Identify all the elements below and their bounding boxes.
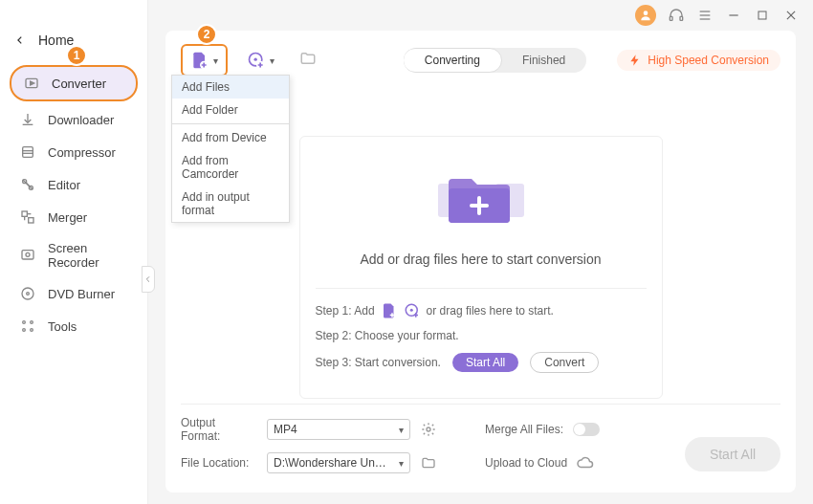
toolbar: ▾ ▾ Converting Finished High Speed Conve… [181, 44, 780, 77]
add-file-dropdown: Add Files Add Folder Add from Device Add… [171, 75, 290, 223]
screen-recorder-icon [19, 247, 36, 264]
editor-icon [19, 176, 36, 193]
dropdown-separator [172, 123, 289, 124]
sidebar-item-label: Compressor [48, 145, 116, 160]
add-file-icon [381, 302, 398, 319]
file-location-label: File Location: [181, 456, 257, 470]
home-label[interactable]: Home [38, 33, 74, 48]
high-speed-badge[interactable]: High Speed Conversion [617, 50, 780, 71]
sidebar-item-label: Converter [52, 77, 106, 91]
sidebar-item-tools[interactable]: Tools [0, 310, 147, 342]
merger-icon [19, 208, 36, 226]
collapse-sidebar-icon[interactable] [142, 266, 155, 293]
sidebar-item-label: Tools [48, 319, 77, 334]
svg-point-34 [254, 58, 257, 61]
sidebar-item-editor[interactable]: Editor [0, 168, 147, 201]
svg-point-41 [409, 309, 412, 312]
open-folder-icon[interactable] [420, 454, 437, 471]
svg-rect-21 [29, 218, 33, 223]
svg-point-27 [27, 293, 30, 296]
start-all-pill[interactable]: Start All [452, 353, 518, 372]
svg-rect-20 [22, 211, 27, 216]
folder-illustration [316, 160, 647, 236]
svg-point-29 [31, 321, 33, 324]
sidebar-item-dvd-burner[interactable]: DVD Burner [0, 277, 147, 310]
sidebar-item-label: Editor [48, 178, 80, 192]
svg-point-42 [427, 427, 430, 431]
svg-point-25 [26, 252, 30, 256]
add-disc-icon [247, 51, 266, 70]
output-format-label: Output Format: [181, 416, 257, 443]
add-disc-button[interactable]: ▾ [239, 46, 282, 75]
dropdown-add-folder[interactable]: Add Folder [172, 99, 289, 121]
chevron-down-icon: ▾ [270, 55, 275, 66]
add-file-button[interactable]: ▾ [181, 44, 228, 77]
convert-pill[interactable]: Convert [530, 352, 599, 373]
output-format-select[interactable]: MP4 ▾ [267, 419, 410, 440]
file-location-select[interactable]: D:\Wondershare UniConverter 1 ▾ [267, 452, 410, 473]
chevron-down-icon: ▾ [213, 55, 218, 66]
sidebar-item-label: Merger [48, 210, 87, 225]
steps-panel: Step 1: Add or drag files here to start.… [316, 288, 647, 373]
sidebar-item-converter[interactable]: Converter [10, 65, 138, 101]
output-format-value: MP4 [274, 423, 297, 436]
svg-rect-24 [22, 251, 33, 259]
svg-point-31 [31, 329, 33, 332]
tab-converting[interactable]: Converting [404, 48, 502, 73]
upload-cloud-label: Upload to Cloud [485, 456, 567, 470]
tools-icon [19, 318, 36, 335]
dropzone-text: Add or drag files here to start conversi… [316, 252, 647, 267]
annotation-badge-2: 2 [196, 24, 217, 45]
converter-icon [23, 75, 40, 92]
step-1-suffix: or drag files here to start. [427, 304, 554, 318]
settings-gear-icon[interactable] [420, 421, 437, 438]
sidebar-item-merger[interactable]: Merger [0, 201, 147, 233]
step-1-prefix: Step 1: Add [316, 304, 375, 318]
high-speed-label: High Speed Conversion [648, 54, 769, 67]
dropzone[interactable]: Add or drag files here to start conversi… [299, 136, 663, 399]
svg-marker-11 [31, 81, 34, 85]
dropdown-add-from-device[interactable]: Add from Device [172, 126, 289, 149]
dropdown-add-files[interactable]: Add Files [172, 76, 289, 99]
lightning-icon [628, 54, 642, 67]
chevron-down-icon: ▾ [399, 425, 404, 435]
step-2: Step 2: Choose your format. [316, 329, 647, 342]
compressor-icon [19, 143, 36, 161]
cloud-icon[interactable] [577, 454, 594, 471]
add-disc-icon [404, 302, 421, 319]
back-icon[interactable] [15, 32, 25, 49]
svg-rect-13 [23, 147, 33, 158]
merge-all-toggle[interactable] [573, 423, 600, 436]
tab-finished[interactable]: Finished [501, 48, 586, 73]
svg-point-26 [22, 288, 33, 299]
sidebar: Home Converter Downloader Compressor Edi… [0, 0, 148, 504]
dropdown-add-in-output-format[interactable]: Add in output format [172, 186, 289, 222]
add-file-icon [190, 51, 209, 70]
sidebar-item-label: DVD Burner [48, 287, 115, 301]
annotation-badge-1: 1 [66, 45, 87, 66]
file-location-value: D:\Wondershare UniConverter 1 [274, 456, 388, 470]
sidebar-item-downloader[interactable]: Downloader [0, 103, 147, 136]
sidebar-item-label: Downloader [48, 113, 114, 127]
step-3-text: Step 3: Start conversion. [316, 356, 441, 369]
folder-open-icon[interactable] [299, 50, 317, 71]
svg-point-30 [23, 329, 26, 332]
sidebar-item-label: Screen Recorder [48, 241, 134, 270]
dropdown-add-from-camcorder[interactable]: Add from Camcorder [172, 149, 289, 186]
step-1: Step 1: Add or drag files here to start. [316, 302, 647, 319]
merge-all-label: Merge All Files: [485, 423, 563, 436]
svg-point-28 [23, 321, 26, 324]
sidebar-item-compressor[interactable]: Compressor [0, 136, 147, 168]
start-all-button[interactable]: Start All [685, 437, 780, 471]
dvd-burner-icon [19, 285, 36, 302]
chevron-down-icon: ▾ [399, 458, 404, 469]
downloader-icon [19, 111, 36, 128]
step-3: Step 3: Start conversion. Start All Conv… [316, 352, 647, 373]
sidebar-item-screen-recorder[interactable]: Screen Recorder [0, 233, 147, 277]
status-tabs: Converting Finished [404, 48, 586, 73]
